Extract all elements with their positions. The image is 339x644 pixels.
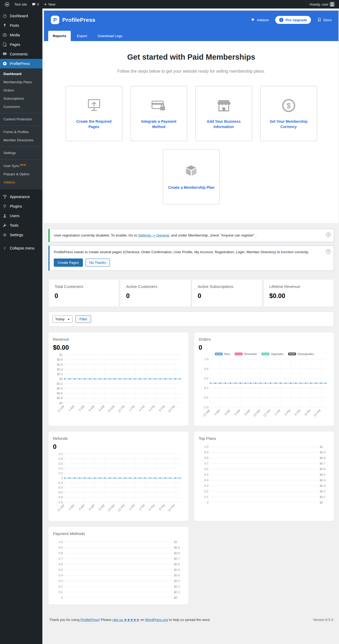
chart-title: Revenue xyxy=(53,337,184,341)
tab-download-logs[interactable]: Download Logs xyxy=(93,31,127,41)
svg-text:1.0: 1.0 xyxy=(59,453,63,456)
svg-text:10 AM: 10 AM xyxy=(107,504,115,512)
submenu-item-membership-plans[interactable]: Membership Plans xyxy=(0,78,42,86)
svg-text:0.6: 0.6 xyxy=(204,468,208,471)
collapse-menu-button[interactable]: Collapse menu xyxy=(0,243,42,253)
svg-text:12 AM: 12 AM xyxy=(57,504,65,512)
filter-bar: Today Filter xyxy=(48,312,334,327)
site-name-link[interactable]: Test site xyxy=(12,0,29,8)
submenu-item-user-sync[interactable]: User SyncNEW xyxy=(0,162,42,170)
svg-text:6 AM: 6 AM xyxy=(88,405,95,412)
submenu-item-orders[interactable]: Orders xyxy=(0,86,42,95)
sidebar-item-posts[interactable]: Posts xyxy=(0,21,42,30)
card-create-membership-plan[interactable]: Create a Membership Plan xyxy=(163,149,220,204)
card-add-business-information[interactable]: Add Your Business Information xyxy=(195,86,252,141)
svg-text:$0.7: $0.7 xyxy=(174,557,180,560)
setup-cards-row-2: Create a Membership Plan xyxy=(49,149,333,204)
legend-item-upgrades[interactable]: Upgrades xyxy=(261,352,284,356)
dismiss-notice-icon[interactable]: ✕ xyxy=(326,249,331,254)
pushpin-icon xyxy=(2,23,7,28)
svg-text:$0.8: $0.8 xyxy=(320,457,325,460)
sidebar-item-label: Users xyxy=(10,214,20,218)
account-menu[interactable]: Howdy, user xyxy=(307,0,337,8)
legend-item-new[interactable]: New xyxy=(215,352,230,356)
admin-footer: Thank you for using ProfilePress! Please… xyxy=(44,612,338,622)
submenu-item-subscriptions[interactable]: Subscriptions xyxy=(0,95,42,103)
sidebar-item-plugins[interactable]: Plugins xyxy=(0,201,42,211)
pro-upgrade-button[interactable]: i Pro Upgrade xyxy=(275,16,311,24)
setup-cards-row: Create the Required Pages Integrate a Pa… xyxy=(49,86,333,141)
sidebar-item-pages[interactable]: Pages xyxy=(0,40,42,49)
settings-general-link[interactable]: Settings -> General xyxy=(138,233,169,237)
svg-text:-0.2: -0.2 xyxy=(203,386,208,389)
card-set-membership-currency[interactable]: $ Set Your Membership Currency xyxy=(260,86,317,141)
rate-us-link[interactable]: rate us ★★★★★ xyxy=(112,618,139,622)
revenue-chart: $1$0.8$0.6$0.4$0.2$0-$0.2-$0.4-$0.6-$0.8… xyxy=(53,352,184,419)
svg-text:$0: $0 xyxy=(174,596,177,599)
submenu-item-dashboard[interactable]: Dashboard xyxy=(0,70,42,78)
submenu-item-popups-optins[interactable]: Popups & Optins xyxy=(0,170,42,178)
svg-text:6 PM: 6 PM xyxy=(148,504,155,511)
refunds-chart: 1.00.80.60.40.20-0.2-0.4-0.6-0.8-1.012 A… xyxy=(53,452,184,518)
payment-methods-chart-card: Payment Methods 1.0$10.9$0.90.8$0.80.7$0… xyxy=(48,527,188,604)
svg-text:4 PM: 4 PM xyxy=(138,504,145,511)
sidebar-item-appearance[interactable]: Appearance xyxy=(0,192,42,201)
new-content-link[interactable]: New xyxy=(41,0,58,8)
card-create-required-pages[interactable]: Create the Required Pages xyxy=(66,86,122,141)
svg-text:6 PM: 6 PM xyxy=(148,405,155,412)
svg-text:$0.8: $0.8 xyxy=(174,551,180,555)
submenu-item-settings[interactable]: Settings xyxy=(0,149,42,157)
sidebar-item-profilepress[interactable]: P ProfilePress xyxy=(0,59,42,68)
sidebar-item-label: Posts xyxy=(10,23,19,28)
sidebar-item-comments[interactable]: Comments xyxy=(0,49,42,59)
no-thanks-button[interactable]: No Thanks xyxy=(86,259,110,267)
star-icon xyxy=(251,17,255,22)
svg-text:4 AM: 4 AM xyxy=(224,409,231,416)
sidebar-item-settings[interactable]: Settings xyxy=(0,230,42,240)
svg-text:12 AM: 12 AM xyxy=(57,405,65,413)
profilepress-link[interactable]: ProfilePress xyxy=(81,618,99,622)
dashboard-icon xyxy=(2,13,7,19)
sidebar-item-media[interactable]: Media xyxy=(0,30,42,40)
legend-item-renewals[interactable]: Renewals xyxy=(235,352,257,356)
svg-text:-$0.4: -$0.4 xyxy=(56,387,63,390)
wordpress-logo-icon[interactable]: W xyxy=(2,0,12,8)
sidebar-item-dashboard[interactable]: Dashboard xyxy=(0,11,42,21)
sidebar-item-label: Dashboard xyxy=(10,14,28,18)
docs-link[interactable]: Docs xyxy=(317,17,332,23)
svg-text:0.3: 0.3 xyxy=(59,579,63,582)
addons-link[interactable]: Addons xyxy=(251,17,269,22)
submenu-item-forms-profiles[interactable]: Forms & Profiles xyxy=(0,128,42,136)
submenu-item-member-directories[interactable]: Member Directories xyxy=(0,136,42,144)
book-icon xyxy=(317,17,322,23)
svg-text:$0.3: $0.3 xyxy=(174,579,180,582)
comments-count: 0 xyxy=(37,2,39,6)
filter-button[interactable]: Filter xyxy=(75,315,91,323)
appearance-icon xyxy=(2,194,7,199)
page-title: Get started with Paid Memberships xyxy=(49,53,333,62)
wordpress-org-link[interactable]: WordPress.org xyxy=(145,618,168,622)
legend-item-downgrades[interactable]: Downgrades xyxy=(288,352,314,356)
submenu-item-addons[interactable]: Addons xyxy=(0,178,42,187)
svg-text:$0.2: $0.2 xyxy=(57,372,63,375)
svg-text:$1: $1 xyxy=(320,445,323,449)
version-label: Version 6.5.3 xyxy=(313,618,333,622)
dismiss-notice-icon[interactable]: ✕ xyxy=(326,233,331,237)
date-range-select[interactable]: Today xyxy=(52,316,73,323)
card-integrate-payment-method[interactable]: Integrate a Payment Method xyxy=(131,86,187,141)
submenu-item-customers[interactable]: Customers xyxy=(0,103,42,111)
svg-text:-$0.6: -$0.6 xyxy=(56,392,63,395)
sidebar-item-tools[interactable]: Tools xyxy=(0,221,42,230)
tab-reports[interactable]: Reports xyxy=(48,31,71,41)
collapse-arrow-icon xyxy=(2,246,7,251)
submenu-item-content-protection[interactable]: Content Protection xyxy=(0,115,42,124)
svg-text:1.0: 1.0 xyxy=(59,540,63,544)
site-name-label: Test site xyxy=(14,2,27,6)
create-pages-button[interactable]: Create Pages xyxy=(54,259,83,267)
svg-text:$0.4: $0.4 xyxy=(57,367,63,371)
svg-text:10 PM: 10 PM xyxy=(167,504,176,512)
tab-export[interactable]: Export xyxy=(72,31,92,41)
svg-text:2 PM: 2 PM xyxy=(128,405,135,412)
sidebar-item-users[interactable]: Users xyxy=(0,211,42,221)
comments-link[interactable]: 0 xyxy=(29,0,41,8)
